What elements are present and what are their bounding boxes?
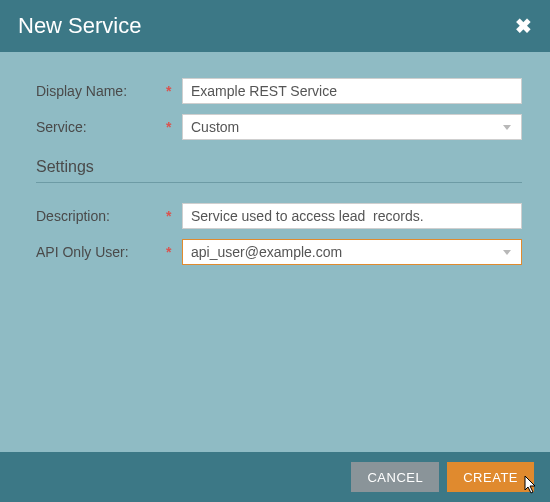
- row-display-name: Display Name: *: [36, 78, 522, 104]
- new-service-dialog: New Service ✖ Display Name: * Service: *…: [0, 0, 550, 502]
- required-marker: *: [166, 83, 182, 99]
- required-marker: *: [166, 119, 182, 135]
- dialog-body: Display Name: * Service: * Custom Settin…: [0, 52, 550, 452]
- service-select[interactable]: Custom: [182, 114, 522, 140]
- api-user-select[interactable]: api_user@example.com: [182, 239, 522, 265]
- cursor-icon: [522, 475, 540, 500]
- label-service: Service:: [36, 119, 166, 135]
- display-name-input[interactable]: [182, 78, 522, 104]
- description-input[interactable]: [182, 203, 522, 229]
- row-api-user: API Only User: * api_user@example.com: [36, 239, 522, 265]
- close-icon[interactable]: ✖: [515, 14, 532, 38]
- chevron-down-icon: [503, 125, 511, 130]
- row-service: Service: * Custom: [36, 114, 522, 140]
- create-button[interactable]: CREATE: [447, 462, 534, 492]
- label-api-user: API Only User:: [36, 244, 166, 260]
- required-marker: *: [166, 244, 182, 260]
- chevron-down-icon: [503, 250, 511, 255]
- row-description: Description: *: [36, 203, 522, 229]
- dialog-footer: CANCEL CREATE: [0, 452, 550, 502]
- titlebar: New Service ✖: [0, 0, 550, 52]
- settings-section: Settings: [36, 158, 522, 183]
- settings-heading: Settings: [36, 158, 522, 183]
- label-description: Description:: [36, 208, 166, 224]
- cancel-button[interactable]: CANCEL: [351, 462, 439, 492]
- service-select-value: Custom: [191, 119, 239, 135]
- api-user-select-value: api_user@example.com: [191, 244, 342, 260]
- create-button-label: CREATE: [463, 470, 518, 485]
- dialog-title: New Service: [18, 13, 141, 39]
- required-marker: *: [166, 208, 182, 224]
- label-display-name: Display Name:: [36, 83, 166, 99]
